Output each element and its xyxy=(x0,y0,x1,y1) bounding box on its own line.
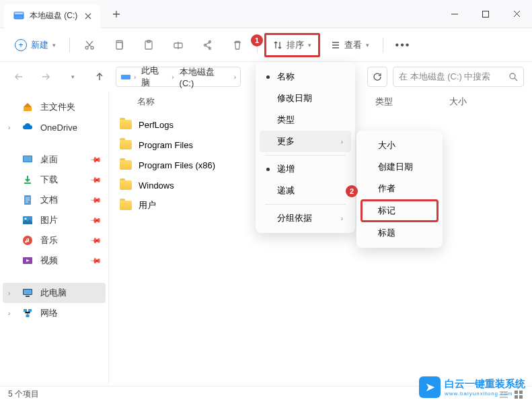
chevron-down-icon: ▾ xyxy=(52,42,56,48)
pin-icon: 📌 xyxy=(89,153,102,166)
cut-button[interactable] xyxy=(77,33,102,57)
view-button[interactable]: 查看 ▾ xyxy=(324,33,376,57)
sidebar-label: 下载 xyxy=(40,174,58,186)
sidebar-item-desktop[interactable]: 桌面 📌 xyxy=(3,149,106,170)
svg-point-13 xyxy=(510,73,515,79)
breadcrumb[interactable]: › 此电脑 › 本地磁盘 (C:) › xyxy=(116,67,241,87)
menu-item-author[interactable]: 作者 xyxy=(360,178,439,199)
watermark: ➤ 白云一键重装系统 www.baiyunxitong.com xyxy=(419,376,525,398)
maximize-button[interactable] xyxy=(470,0,501,28)
sidebar-item-network[interactable]: › 网络 xyxy=(3,303,106,323)
sidebar-item-music[interactable]: 音乐 📌 xyxy=(3,230,106,250)
menu-item-title[interactable]: 标题 xyxy=(360,222,439,244)
sidebar-item-this-pc[interactable]: › 此电脑 xyxy=(3,283,106,303)
svg-rect-1 xyxy=(14,12,24,15)
folder-name: Program Files xyxy=(139,140,193,150)
menu-item-asc[interactable]: 递增 xyxy=(260,158,351,180)
home-icon xyxy=(22,101,34,113)
bullet-icon xyxy=(266,168,270,171)
pin-icon: 📌 xyxy=(89,193,102,206)
view-label: 查看 xyxy=(344,39,362,51)
chevron-right-icon: › xyxy=(341,138,343,145)
sidebar-item-home[interactable]: 主文件夹 xyxy=(3,97,106,117)
sidebar-label: 图片 xyxy=(40,214,58,226)
sidebar-item-documents[interactable]: 文档 📌 xyxy=(3,190,106,210)
delete-button[interactable] xyxy=(225,33,250,57)
plus-icon: + xyxy=(15,39,27,51)
search-input[interactable]: 在 本地磁盘 (C:) 中搜索 xyxy=(393,67,524,87)
folder-icon xyxy=(120,160,132,170)
tab-close-button[interactable] xyxy=(83,11,93,22)
refresh-button[interactable] xyxy=(367,67,387,87)
folder-icon xyxy=(120,201,132,210)
breadcrumb-item[interactable]: 本地磁盘 (C:) xyxy=(177,66,231,88)
chevron-right-icon: › xyxy=(8,290,15,297)
download-icon xyxy=(22,174,34,186)
folder-name: 用户 xyxy=(139,199,156,211)
computer-icon xyxy=(22,287,34,299)
menu-item-desc[interactable]: 递减 xyxy=(260,180,351,201)
watermark-subtext: www.baiyunxitong.com xyxy=(445,391,525,397)
new-label: 新建 xyxy=(31,39,48,51)
back-button[interactable] xyxy=(8,66,30,88)
folder-icon xyxy=(120,140,132,149)
document-icon xyxy=(22,194,34,206)
svg-point-4 xyxy=(91,46,93,49)
svg-rect-23 xyxy=(26,296,30,297)
chevron-right-icon: › xyxy=(134,73,136,81)
column-size-header[interactable]: 大小 xyxy=(449,96,490,108)
tab-title: 本地磁盘 (C:) xyxy=(30,10,77,22)
chevron-right-icon: › xyxy=(8,310,15,317)
picture-icon xyxy=(22,214,34,226)
svg-point-9 xyxy=(209,40,211,42)
menu-item-name[interactable]: 名称 xyxy=(260,66,351,88)
breadcrumb-item[interactable]: 此电脑 xyxy=(139,65,169,89)
more-submenu: 大小 创建日期 作者 标记 标题 xyxy=(356,131,443,248)
new-button[interactable]: + 新建 ▾ xyxy=(8,33,63,57)
menu-item-tag[interactable]: 标记 xyxy=(360,199,439,222)
sidebar-label: 视频 xyxy=(40,255,58,267)
browser-tab[interactable]: 本地磁盘 (C:) xyxy=(4,4,100,28)
view-icon xyxy=(331,40,340,50)
menu-item-type[interactable]: 类型 xyxy=(260,109,351,131)
up-button[interactable] xyxy=(89,66,110,88)
folder-icon xyxy=(120,180,132,190)
menu-item-modified[interactable]: 修改日期 xyxy=(260,88,351,109)
folder-name: Windows xyxy=(139,180,174,191)
sidebar-item-pictures[interactable]: 图片 📌 xyxy=(3,210,106,230)
folder-icon xyxy=(120,120,132,129)
sidebar-item-videos[interactable]: 视频 📌 xyxy=(3,250,106,271)
cloud-icon xyxy=(22,121,34,133)
paste-button[interactable] xyxy=(136,33,161,57)
menu-item-created[interactable]: 创建日期 xyxy=(360,156,439,178)
separator xyxy=(383,38,383,53)
more-button[interactable]: ••• xyxy=(390,33,416,57)
close-button[interactable] xyxy=(501,0,532,28)
share-button[interactable] xyxy=(195,33,221,57)
title-bar: 本地磁盘 (C:) xyxy=(0,0,532,28)
sidebar-item-onedrive[interactable]: › OneDrive xyxy=(3,117,106,137)
sort-button[interactable]: 排序 ▾ xyxy=(264,33,320,57)
rename-button[interactable] xyxy=(165,33,191,57)
pin-icon: 📌 xyxy=(89,254,102,267)
recent-button[interactable]: ▾ xyxy=(62,66,83,88)
chevron-down-icon: ▾ xyxy=(308,42,311,48)
pin-icon: 📌 xyxy=(89,173,102,186)
sort-icon xyxy=(273,40,282,50)
toolbar: + 新建 ▾ 排序 ▾ 查看 ▾ ••• xyxy=(0,28,532,62)
sort-label: 排序 xyxy=(287,39,304,51)
menu-item-groupby[interactable]: 分组依据› xyxy=(260,207,351,229)
music-icon xyxy=(22,234,34,246)
sidebar-item-downloads[interactable]: 下载 📌 xyxy=(3,170,106,190)
column-type-header[interactable]: 类型 xyxy=(375,96,449,108)
forward-button[interactable] xyxy=(35,66,56,88)
svg-rect-2 xyxy=(483,11,489,17)
chevron-down-icon: ▾ xyxy=(366,42,369,48)
minimize-button[interactable] xyxy=(439,0,470,28)
menu-item-size[interactable]: 大小 xyxy=(360,135,439,156)
sidebar-label: 音乐 xyxy=(40,234,58,246)
network-icon xyxy=(22,307,34,319)
menu-item-more[interactable]: 更多› xyxy=(260,131,351,152)
new-tab-button[interactable] xyxy=(104,2,128,26)
copy-button[interactable] xyxy=(106,33,132,57)
